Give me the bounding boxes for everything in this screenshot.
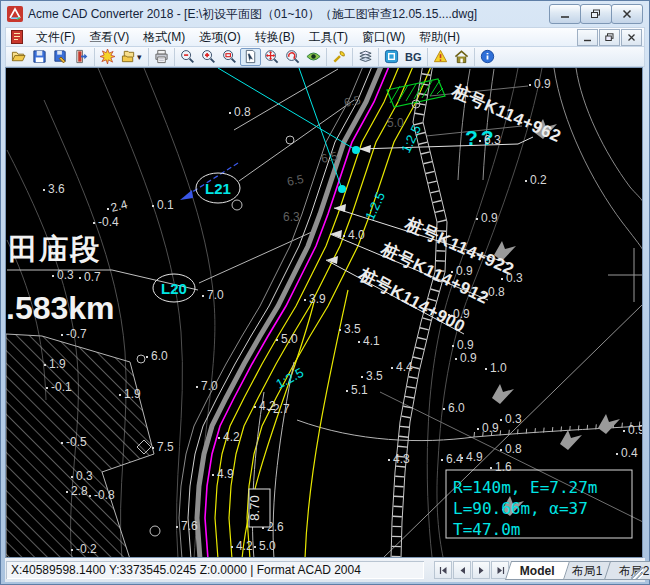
dike-tick <box>535 428 536 433</box>
minimize-button[interactable] <box>549 4 581 24</box>
curve-info-line: L=90.66m, α=37 <box>453 499 588 518</box>
elevation-point <box>152 205 154 207</box>
menu-items: 文件(F)查看(V)格式(M)选项(O)转换(B)工具(T)窗口(W)帮助(H) <box>29 29 467 46</box>
mdi-close-button[interactable] <box>621 29 642 46</box>
dike-tick <box>578 425 579 430</box>
toolbar-batch-convert-button[interactable] <box>118 48 139 66</box>
menu-item-7[interactable]: 窗口(W) <box>355 28 412 46</box>
elevation-point <box>254 546 256 548</box>
annotation-dot <box>352 146 360 154</box>
toolbar-background-button[interactable] <box>381 48 402 66</box>
elevation-label: 0.2 <box>530 173 547 187</box>
elevation-label: -0.8 <box>94 488 115 502</box>
elevation-point <box>391 367 393 369</box>
elevation-point <box>501 278 503 280</box>
elevation-label: 0.3 <box>76 469 93 483</box>
app-window: Acme CAD Converter 2018 - [E:\初设平面图（01~1… <box>0 0 650 585</box>
elevation-point <box>500 449 502 451</box>
layout-tab-model[interactable]: Model <box>505 561 570 580</box>
toolbar-save-button[interactable] <box>29 48 50 66</box>
menu-item-4[interactable]: 选项(O) <box>192 28 247 46</box>
toolbar-zoom-window-button[interactable] <box>219 48 240 66</box>
prev-tab-button[interactable] <box>453 561 471 579</box>
elevation-label: 4.1 <box>363 334 380 348</box>
toolbar-zoom-in-button[interactable] <box>198 48 219 66</box>
dike-tick <box>552 427 553 432</box>
elevation-label: 0.3 <box>57 268 74 282</box>
elevation-label: 0.7 <box>84 270 101 284</box>
toolbar-options-button[interactable] <box>329 48 350 66</box>
layout-tab-label: 布局1 <box>572 562 603 579</box>
toolbar-layers-button[interactable] <box>355 48 376 66</box>
close-button[interactable] <box>611 4 643 24</box>
toolbar-close-file-button[interactable] <box>71 48 92 66</box>
menu-item-6[interactable]: 工具(T) <box>302 28 355 46</box>
elevation-point <box>477 428 479 430</box>
next-tab-button[interactable] <box>472 561 490 579</box>
dike-tick <box>500 430 501 435</box>
elevation-point <box>339 329 341 331</box>
toolbar-group-1 <box>6 48 95 66</box>
elevation-label: 7.0 <box>207 288 224 302</box>
toolbar-save-as-button[interactable] <box>50 48 71 66</box>
loop-label: L21 <box>205 180 231 197</box>
elevation-label: 4.3 <box>393 452 410 466</box>
elevation-point <box>361 376 363 378</box>
elevation-label: 0.3 <box>505 412 522 426</box>
elevation-point <box>479 140 481 142</box>
elevation-label: 1.9 <box>49 357 66 371</box>
toolbar-bg-toggle-button[interactable]: BG <box>402 48 425 66</box>
toolbar-print-button[interactable] <box>151 48 172 66</box>
elevation-point <box>500 419 502 421</box>
toolbar-watermark-button[interactable] <box>430 48 451 66</box>
toolbar-zoom-extents-button[interactable] <box>261 48 282 66</box>
first-tab-button[interactable] <box>434 561 452 579</box>
menu-item-3[interactable]: 格式(M) <box>136 28 192 46</box>
elevation-label: 4.2 <box>236 539 253 553</box>
annotation-dot <box>338 185 346 193</box>
elevation-point <box>483 292 485 294</box>
batch-convert-dropdown-icon[interactable]: ▾ <box>137 52 146 62</box>
elevation-point <box>448 314 450 316</box>
mdi-restore-button[interactable] <box>599 29 620 46</box>
menu-item-1[interactable]: 文件(F) <box>29 28 82 46</box>
menu-bar: 文件(F)查看(V)格式(M)选项(O)转换(B)工具(T)窗口(W)帮助(H) <box>5 27 645 47</box>
elevation-point <box>119 394 121 396</box>
toolbar-group-6 <box>353 48 379 66</box>
dike-tick <box>544 428 545 433</box>
elevation-point <box>146 356 148 358</box>
toolbar-zoom-previous-button[interactable] <box>282 48 303 66</box>
elevation-label: 0.8 <box>488 285 505 299</box>
elevation-label: 5.1 <box>351 383 368 397</box>
layout-tab-布局2[interactable]: 布局2 <box>604 561 650 580</box>
coordinates-readout: X:40589598.1400 Y:3373545.0245 Z:0.0000 … <box>6 561 424 579</box>
elevation-label: 0.4 <box>621 446 638 460</box>
elevation-point <box>388 459 390 461</box>
elevation-point <box>525 180 527 182</box>
elevation-label: 6.0 <box>151 349 168 363</box>
toolbar-open-button[interactable] <box>8 48 29 66</box>
toolbar-zoom-out-button[interactable] <box>177 48 198 66</box>
toolbar-about-button[interactable] <box>477 48 498 66</box>
restore-button[interactable] <box>580 4 612 24</box>
elevation-label: 0.9 <box>460 351 477 365</box>
toolbar-home-button[interactable] <box>451 48 472 66</box>
toolbar-pan-button[interactable] <box>240 48 261 66</box>
menu-item-5[interactable]: 转换(B) <box>248 28 302 46</box>
elevation-label: 2.8 <box>71 484 88 498</box>
elevation-label: 0.1 <box>157 198 174 212</box>
elevation-point <box>441 459 443 461</box>
elevation-point <box>93 222 95 224</box>
drawing-canvas[interactable]: 桩号K114+962桩号K114+922桩号K114+912桩号K114+900… <box>5 67 643 558</box>
toolbar-preview-button[interactable] <box>303 48 324 66</box>
document-icon <box>9 29 25 45</box>
dike-tick <box>561 427 562 432</box>
toolbar-convert-button[interactable] <box>97 48 118 66</box>
menu-item-8[interactable]: 帮助(H) <box>412 28 467 46</box>
resize-grip[interactable] <box>630 566 643 579</box>
mdi-minimize-button[interactable] <box>577 29 598 46</box>
elevation-label: 4.2 <box>223 430 240 444</box>
elevation-label: 4.9 <box>217 467 234 481</box>
elevation-label: 4.0 <box>348 228 365 242</box>
menu-item-2[interactable]: 查看(V) <box>82 28 136 46</box>
